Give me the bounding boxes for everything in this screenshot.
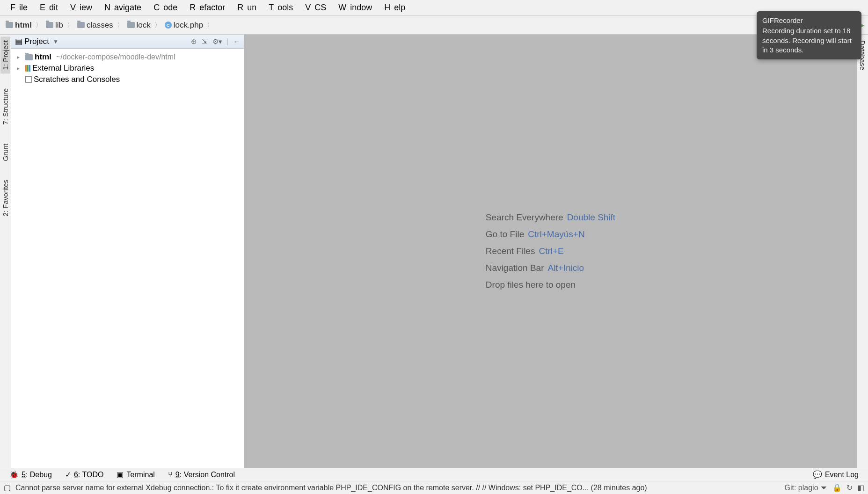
lock-icon[interactable]: 🔒 xyxy=(832,483,842,492)
expand-arrow-icon[interactable]: ▸ xyxy=(17,65,23,72)
breadcrumb-classes[interactable]: classes xyxy=(75,20,115,31)
breadcrumb-lib[interactable]: lib xyxy=(44,20,65,31)
status-icon[interactable]: ▢ xyxy=(4,483,11,492)
shortcut-label: Ctrl+E xyxy=(539,246,563,256)
notification-title: GIFRecorder xyxy=(762,16,856,25)
menu-bar: FileEditViewNavigateCodeRefactorRunTools… xyxy=(0,0,868,16)
editor-hint: Drop files here to open xyxy=(486,280,615,290)
project-tool-window: ▤ Project ▼ ⊕ ⇲ ⚙▾ ⎸← ▸html~/docker-comp… xyxy=(11,35,244,468)
inspector-icon[interactable]: ◧ xyxy=(857,483,864,492)
git-branch-label[interactable]: Git: plagio ⏷ xyxy=(785,484,828,492)
menu-help[interactable]: Help xyxy=(377,2,409,14)
chevron-right-icon: 〉 xyxy=(154,21,161,29)
notification-popup[interactable]: GIFRecorder Recording duration set to 18… xyxy=(757,11,861,59)
tree-item[interactable]: Scratches and Consoles xyxy=(13,74,242,85)
breadcrumb-lock[interactable]: lock xyxy=(125,20,153,31)
folder-icon xyxy=(127,22,135,28)
hide-icon[interactable]: ⎸← xyxy=(227,37,240,46)
menu-tools[interactable]: Tools xyxy=(261,2,297,14)
settings-gear-icon[interactable]: ⚙▾ xyxy=(212,37,222,46)
tool----favorites[interactable]: 2: Favorites xyxy=(0,176,10,220)
shortcut-label: Alt+Inicio xyxy=(547,263,584,273)
tab-icon: ⑂ xyxy=(168,471,173,479)
left-tool-strip: 1: Project7: StructureGrunt2: Favorites xyxy=(0,35,11,468)
bottom-tab----todo[interactable]: ✓6: TODO xyxy=(65,470,103,479)
bottom-tab----debug[interactable]: 🐞5: Debug xyxy=(9,470,52,479)
tree-item[interactable]: ▸External Libraries xyxy=(13,63,242,74)
tab-icon: ▣ xyxy=(117,470,124,479)
menu-refactor[interactable]: Refactor xyxy=(182,2,229,14)
expand-arrow-icon[interactable]: ▸ xyxy=(17,54,23,60)
editor-hint: Go to FileCtrl+Mayús+N xyxy=(486,229,615,240)
bottom-tab-terminal[interactable]: ▣Terminal xyxy=(117,470,154,479)
library-icon xyxy=(25,65,30,72)
folder-icon xyxy=(77,22,85,28)
main-body: 1: Project7: StructureGrunt2: Favorites … xyxy=(0,35,868,468)
shortcut-label: Double Shift xyxy=(567,212,616,223)
editor-hint: Search EverywhereDouble Shift xyxy=(486,212,615,223)
chevron-right-icon: 〉 xyxy=(67,21,73,29)
tool-grunt[interactable]: Grunt xyxy=(0,140,10,165)
tab-icon: ✓ xyxy=(65,470,71,479)
event-log-tab[interactable]: 💬 Event Log xyxy=(813,470,859,479)
event-log-icon: 💬 xyxy=(813,470,822,479)
editor-hint: Recent FilesCtrl+E xyxy=(486,246,615,256)
scratch-icon xyxy=(25,76,32,83)
chevron-right-icon: 〉 xyxy=(117,21,124,29)
menu-window[interactable]: Window xyxy=(331,2,376,14)
right-tool-strip: Database xyxy=(857,35,868,468)
tool----structure[interactable]: 7: Structure xyxy=(0,85,10,129)
menu-code[interactable]: Code xyxy=(146,2,181,14)
breadcrumb-lock-php[interactable]: Clock.php xyxy=(163,20,205,31)
project-tree[interactable]: ▸html~/docker-compose/moodle-dev/html▸Ex… xyxy=(11,49,244,88)
collapse-icon[interactable]: ⇲ xyxy=(202,37,208,46)
menu-run[interactable]: Run xyxy=(230,2,260,14)
chevron-right-icon: 〉 xyxy=(207,21,213,29)
tool----project[interactable]: 1: Project xyxy=(0,36,10,73)
locate-icon[interactable]: ⊕ xyxy=(191,37,197,46)
project-title[interactable]: Project xyxy=(24,37,49,46)
tab-icon: 🐞 xyxy=(9,470,19,479)
menu-edit[interactable]: Edit xyxy=(32,2,62,14)
menu-vcs[interactable]: VCS xyxy=(298,2,330,14)
bottom-tab----version-control[interactable]: ⑂9: Version Control xyxy=(168,470,235,479)
notification-body: Recording duration set to 18 seconds. Re… xyxy=(762,26,856,55)
breadcrumb: html〉lib〉classes〉lock〉Clock.php〉 xyxy=(4,20,824,31)
menu-view[interactable]: View xyxy=(63,2,96,14)
tree-item[interactable]: ▸html~/docker-compose/moodle-dev/html xyxy=(13,51,242,63)
editor-hint: Navigation BarAlt+Inicio xyxy=(486,263,615,273)
breadcrumb-html[interactable]: html xyxy=(4,20,34,31)
folder-icon xyxy=(25,54,33,60)
editor-empty-area[interactable]: Search EverywhereDouble ShiftGo to FileC… xyxy=(244,35,857,468)
menu-file[interactable]: File xyxy=(3,2,31,14)
navigation-bar: html〉lib〉classes〉lock〉Clock.php〉 ▾ ▶ xyxy=(0,16,868,35)
dropdown-icon[interactable]: ▼ xyxy=(53,38,58,45)
shortcut-label: Ctrl+Mayús+N xyxy=(528,229,584,240)
project-view-icon: ▤ xyxy=(15,36,22,46)
bottom-tool-strip: 🐞5: Debug✓6: TODO▣Terminal⑂9: Version Co… xyxy=(0,468,868,481)
status-message: Cannot parse server name for external Xd… xyxy=(15,484,780,492)
folder-icon xyxy=(46,22,53,28)
status-bar: ▢ Cannot parse server name for external … xyxy=(0,481,868,494)
php-file-icon: C xyxy=(165,22,172,29)
event-log-label: Event Log xyxy=(825,471,859,479)
bottom-tabs: 🐞5: Debug✓6: TODO▣Terminal⑂9: Version Co… xyxy=(9,470,235,479)
project-header: ▤ Project ▼ ⊕ ⇲ ⚙▾ ⎸← xyxy=(11,35,244,49)
editor-hints: Search EverywhereDouble ShiftGo to FileC… xyxy=(486,212,615,290)
sync-icon[interactable]: ↻ xyxy=(846,483,853,492)
menu-navigate[interactable]: Navigate xyxy=(97,2,145,14)
chevron-right-icon: 〉 xyxy=(36,21,42,29)
folder-icon xyxy=(6,22,13,28)
